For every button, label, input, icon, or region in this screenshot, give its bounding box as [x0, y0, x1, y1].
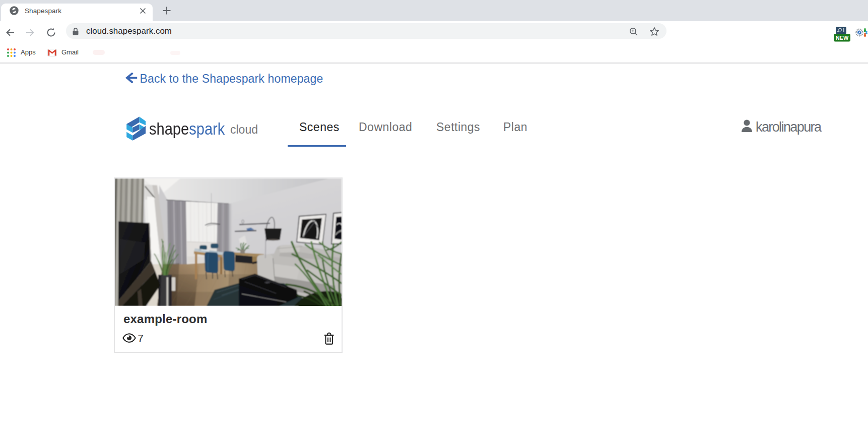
- svg-text:NEW: NEW: [836, 35, 849, 41]
